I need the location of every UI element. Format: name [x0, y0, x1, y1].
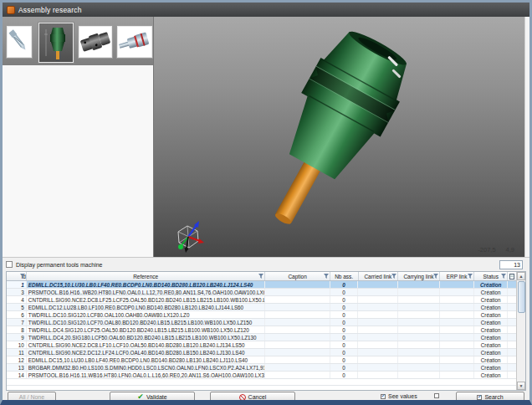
filter-icon[interactable]: [324, 274, 329, 279]
cell-nb_ass: 0: [330, 289, 359, 295]
cancel-label: Cancel: [248, 394, 267, 400]
column-header-status[interactable]: Status: [474, 272, 508, 280]
cell-nb_ass: 0: [330, 304, 359, 310]
validate-label: Validate: [146, 394, 167, 400]
filter-icon[interactable]: [258, 274, 263, 279]
cell-carried: [358, 289, 398, 295]
column-header-caption[interactable]: Caption: [265, 272, 330, 280]
title-bar[interactable]: Assembly research: [3, 3, 529, 17]
scrollbar-thumb[interactable]: [518, 281, 525, 313]
cell-reference: EDMILL.DC15,10.LU30.LB0.LF40.RE0.BCDP0.L…: [27, 281, 266, 288]
table-row[interactable]: 12EDMILL.DC15,10.LU30.LB0.LF40.RE0.BCDP0…: [7, 356, 516, 364]
all-none-button[interactable]: All / None: [8, 392, 56, 402]
cell-erp: [440, 356, 475, 363]
window-title: Assembly research: [18, 6, 82, 14]
cell-status: Création: [474, 319, 508, 326]
cell-reference: PRSMTOOL.B16.H16.11.WB16.HT80.LFN0.OAL0.…: [27, 372, 266, 378]
cell-nb_ass: 0: [330, 296, 359, 303]
cell-carrying: [398, 334, 440, 341]
table-row[interactable]: 10CNTDRILL.SIG90.NCE2.DC8.LF10.LCF10.OAL…: [7, 341, 516, 349]
column-header-options[interactable]: [508, 272, 516, 280]
dark-coupling-icon: [79, 26, 112, 58]
column-header-carried[interactable]: Carried link: [359, 272, 399, 280]
cell-carrying: [398, 319, 440, 326]
cursor-coordinates: -207,54,9: [468, 246, 514, 254]
thumbnail-steel-assembly[interactable]: [116, 25, 153, 59]
cell-carried: [358, 334, 398, 341]
cell-carried: [358, 281, 398, 288]
cell-carried: [358, 356, 398, 363]
column-header-carrying[interactable]: Carrying link: [398, 272, 440, 280]
cell-status: Création: [474, 289, 508, 295]
display-permanent-tools-checkbox[interactable]: [6, 261, 13, 268]
scroll-down-button[interactable]: ▼: [517, 382, 525, 390]
cell-carried: [358, 341, 398, 348]
cell-erp: [440, 311, 475, 318]
filter-icon[interactable]: [501, 274, 506, 279]
table-row[interactable]: 7TWDRILL.DC10.SIG120.LCF70.OAL80.BD120.B…: [7, 319, 516, 326]
extra-checkbox[interactable]: [434, 393, 439, 398]
column-header-nb_ass[interactable]: Nb ass.: [330, 272, 359, 280]
cell-erp: [440, 334, 475, 341]
cancel-no-entry-icon: [239, 394, 246, 401]
cell-carrying: [398, 281, 440, 288]
display-permanent-tools-label[interactable]: Display permanent tools machine: [16, 262, 103, 268]
cell-erp: [440, 372, 475, 378]
cell-carrying: [398, 304, 440, 310]
cancel-button[interactable]: Cancel: [210, 392, 295, 402]
column-header-id[interactable]: Id: [7, 272, 27, 280]
cell-reference: TWDRILL.DC4,20.SIG180.LCF50.OAL60.BD120.…: [27, 334, 266, 341]
cell-carried: [358, 304, 398, 310]
cell-nb_ass: 0: [330, 356, 359, 363]
table-row[interactable]: 8TWDRILL.DC4.SIG120.LCF25.OAL50.BD120.BD…: [7, 326, 516, 334]
cell-id: 1: [7, 281, 27, 288]
validate-button[interactable]: ✔ Validate: [110, 392, 195, 402]
empty-row: [7, 379, 516, 386]
table-row[interactable]: 5EDMILL.DC12.LU28.LB0.LF100.RE0.BCDP0.LN…: [7, 304, 516, 311]
see-values-checkbox[interactable]: ✔ See values: [381, 393, 417, 399]
cell-id: 5: [7, 304, 27, 310]
scroll-up-button[interactable]: ▲: [517, 272, 525, 280]
table-row[interactable]: 6TWDRILL.DC10.SIG120.LCF80.OAL100.OAH80.…: [7, 311, 516, 319]
green-holder-icon: [38, 23, 74, 63]
table-row[interactable]: 9TWDRILL.DC4,20.SIG180.LCF50.OAL60.BD120…: [7, 334, 516, 341]
table-row[interactable]: 14PRSMTOOL.B16.H16.11.WB16.HT80.LFN0.OAL…: [7, 372, 516, 379]
thumbnail-steel-drill-tool[interactable]: [6, 25, 33, 59]
cell-id: 11: [7, 349, 27, 356]
table-row[interactable]: 11CNTDRILL.SIG90.NCE2.DC12.LF24.LCF0.OAL…: [7, 349, 516, 356]
table-row[interactable]: 3PRSMTOOL.B16.H16..WB20.HT80.LFN0.OAL0.L…: [7, 289, 516, 296]
search-button[interactable]: ✔ Search: [456, 392, 524, 402]
thumbnail-dark-metal-coupling[interactable]: [78, 25, 113, 59]
cell-nb_ass: 0: [330, 319, 359, 326]
cell-id: 13: [7, 364, 27, 371]
table-row[interactable]: 13BRGBAR.DMM32.B0.H0.LS100.S.DMIN0.HDD0.…: [7, 364, 516, 372]
filter-icon[interactable]: [20, 274, 25, 279]
filter-icon[interactable]: [468, 274, 473, 279]
validate-check-icon: ✔: [137, 393, 144, 401]
cell-options: [508, 319, 516, 326]
steel-drill-icon: [7, 26, 32, 58]
results-table: IdReferenceCaptionNb ass.Carried linkCar…: [6, 271, 526, 391]
cell-carrying: [398, 364, 440, 371]
filter-icon[interactable]: [391, 274, 396, 279]
orientation-triad-icon[interactable]: [164, 218, 214, 257]
column-header-erp[interactable]: ERP link: [440, 272, 475, 280]
cell-nb_ass: 0: [330, 326, 359, 333]
viewport-3d[interactable]: -207,54,9: [154, 17, 524, 257]
cell-reference: CNTDRILL.SIG90.NCE2.DC8.LF25.LCF25.OAL50…: [27, 296, 266, 303]
cell-id: 3: [7, 289, 27, 295]
cell-nb_ass: 0: [330, 311, 359, 318]
cell-carrying: [398, 289, 440, 295]
column-header-reference[interactable]: Reference: [27, 272, 266, 280]
vertical-scrollbar[interactable]: ▲ ▼: [516, 272, 525, 390]
thumbnail-green-tool-holder[interactable]: [38, 22, 74, 64]
filter-icon[interactable]: [433, 274, 438, 279]
cell-options: [508, 356, 516, 363]
cell-status: Création: [474, 326, 508, 333]
table-row[interactable]: 1EDMILL.DC15,10.LU30.LB0.LF40.RE0.BCDP0.…: [7, 281, 516, 289]
assembly-research-window: Assembly research: [0, 0, 532, 405]
table-row[interactable]: 4CNTDRILL.SIG90.NCE2.DC8.LF25.LCF25.OAL5…: [7, 296, 516, 304]
cell-carried: [358, 319, 398, 326]
cell-reference: TWDRILL.DC10.SIG120.LCF70.OAL80.BD120.BD…: [27, 319, 266, 326]
cell-options: [508, 311, 516, 318]
